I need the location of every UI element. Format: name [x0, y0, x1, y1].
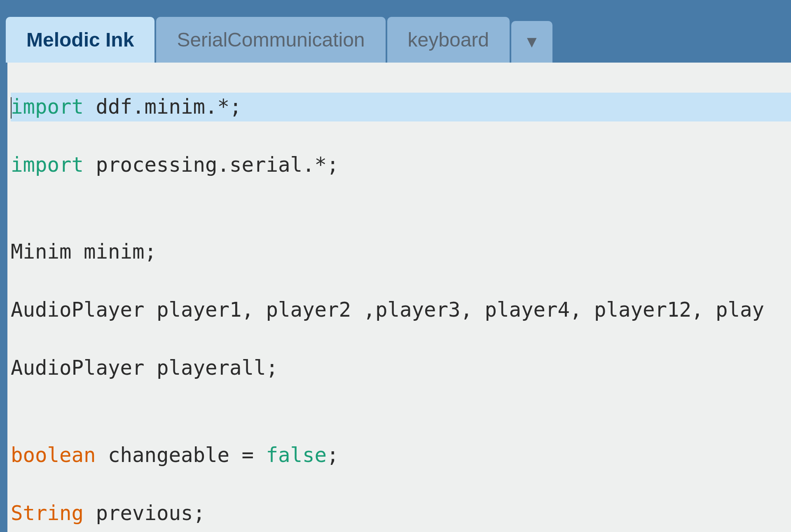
code-editor[interactable]: import ddf.minim.*; import processing.se…	[0, 63, 791, 532]
keyword-import: import	[11, 95, 84, 119]
tab-serial-communication[interactable]: SerialCommunication	[156, 17, 385, 63]
tab-melodic-ink[interactable]: Melodic Ink	[6, 17, 154, 63]
keyword-type: boolean	[11, 443, 96, 467]
keyword-type: String	[11, 502, 84, 525]
code-text: processing.serial.*;	[84, 153, 339, 177]
chevron-down-icon: ▼	[524, 33, 540, 51]
code-text: ;	[327, 443, 339, 467]
code-content: import ddf.minim.*; import processing.se…	[7, 63, 791, 532]
code-text: ddf.minim.*;	[84, 95, 242, 119]
code-line: import ddf.minim.*;	[11, 93, 791, 122]
tab-dropdown-button[interactable]: ▼	[511, 21, 552, 63]
tab-bar: Melodic Ink SerialCommunication keyboard…	[0, 0, 791, 63]
keyword-import: import	[11, 153, 84, 177]
ide-window: Melodic Ink SerialCommunication keyboard…	[0, 0, 791, 532]
code-line: AudioPlayer playerall;	[11, 354, 791, 383]
code-line: String previous;	[11, 499, 791, 528]
code-line: AudioPlayer player1, player2 ,player3, p…	[11, 296, 791, 325]
code-text: previous;	[84, 502, 205, 525]
code-text: changeable =	[96, 443, 266, 467]
keyword-bool: false	[266, 443, 327, 467]
tab-keyboard[interactable]: keyboard	[387, 17, 510, 63]
code-line: import processing.serial.*;	[11, 151, 791, 180]
code-line: Minim minim;	[11, 238, 791, 267]
code-line: boolean changeable = false;	[11, 441, 791, 470]
